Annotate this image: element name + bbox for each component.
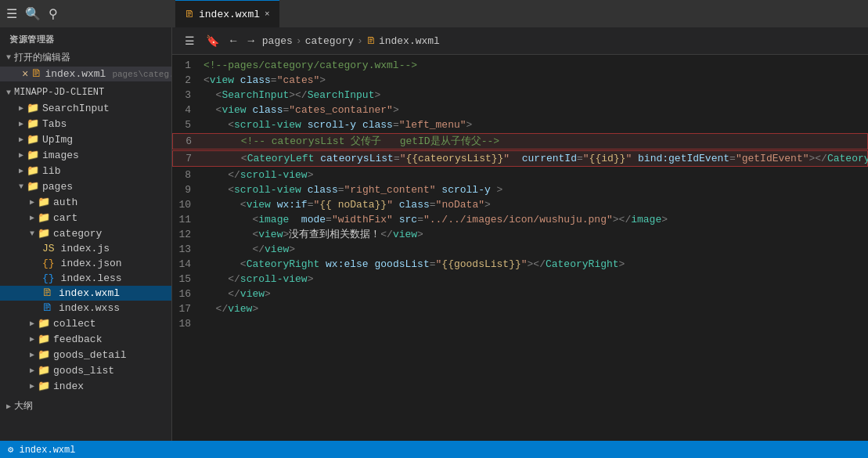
chevron-right-icon: ▶ (19, 166, 23, 175)
code-line-17: 17 </view> (172, 301, 868, 316)
file-name: index.wxss (59, 302, 120, 314)
folder-name: goods_list (53, 365, 114, 377)
breadcrumb: pages › category › 🖹 index.wxml (262, 35, 440, 47)
folder-name: pages (42, 181, 73, 193)
menu-lines-icon[interactable]: ☰ (182, 33, 198, 49)
bookmark-icon[interactable]: 🔖 (203, 33, 222, 49)
line-content: </scroll-view> (203, 272, 868, 287)
file-name: index.wxml (59, 287, 120, 299)
tab-area: 🖹 index.wxml × (172, 0, 868, 27)
folder-name: collect (53, 318, 96, 330)
back-button[interactable]: ← (227, 33, 240, 49)
editor-area: ☰ 🔖 ← → pages › category › 🖹 index.wxml … (172, 27, 868, 441)
modified-indicator: × (22, 69, 28, 80)
source-control-icon[interactable]: ⚲ (49, 6, 58, 22)
code-line-11: 11 <image mode="widthFix" src="../../ima… (172, 212, 868, 227)
tree-item-pages[interactable]: ▼ 📁 pages (0, 179, 171, 194)
tree-item-indexwxss[interactable]: 🖹 index.wxss (0, 301, 171, 316)
folder-name: images (42, 150, 79, 161)
folder-icon: 📁 (38, 227, 50, 240)
outline-section[interactable]: ▶ 大纲 (0, 397, 171, 415)
code-line-6: 6 <!-- cateorysList 父传子 getID是从子传父--> (172, 133, 868, 150)
tree-item-images[interactable]: ▶ 📁 images (0, 147, 171, 163)
js-file-icon: JS (42, 243, 55, 254)
open-file-name: index.wxml (45, 68, 106, 80)
file-name: index.js (61, 243, 110, 254)
search-icon[interactable]: 🔍 (25, 6, 41, 22)
folder-icon: 📁 (27, 133, 39, 146)
tree-item-upimg[interactable]: ▶ 📁 UpImg (0, 132, 171, 147)
line-content: <CateoryRight wx:else goodsList="{{goods… (203, 257, 868, 272)
tree-item-cart[interactable]: ▶ 📁 cart (0, 210, 171, 225)
tree-item-category[interactable]: ▼ 📁 category (0, 225, 171, 241)
tree-item-feedback[interactable]: ▶ 📁 feedback (0, 331, 171, 347)
open-editor-item[interactable]: × 🖹 index.wxml pages\categ... (0, 67, 171, 81)
line-content: <view>没有查到相关数据！</view> (203, 227, 868, 242)
wxml-file-icon: 🖹 (42, 287, 52, 299)
less-file-icon: {} (42, 272, 55, 284)
tree-item-searchinput[interactable]: ▶ 📁 SearchInput (0, 100, 171, 116)
wxss-file-icon: 🖹 (42, 302, 52, 314)
folder-name: Tabs (42, 118, 67, 130)
breadcrumb-category: category (305, 35, 354, 47)
tree-item-lib[interactable]: ▶ 📁 lib (0, 163, 171, 179)
line-num: 1 (172, 58, 203, 73)
chevron-down-icon: ▼ (6, 53, 11, 62)
folder-name: feedback (53, 334, 102, 345)
wxml-file-icon: 🖹 (31, 68, 41, 80)
line-content: <scroll-view scroll-y class="left_menu"> (203, 117, 868, 132)
line-content: </view> (203, 301, 868, 316)
open-editors-label: 打开的编辑器 (14, 51, 70, 64)
line-num: 13 (172, 242, 203, 257)
project-section[interactable]: ▼ MINAPP-JD-CLIENT (0, 85, 171, 100)
folder-name: SearchInput (42, 103, 110, 114)
code-editor[interactable]: 1 <!--pages/category/category.wxml--> 2 … (172, 55, 868, 441)
breadcrumb-sep1: › (296, 35, 302, 47)
status-bar: ⚙ index.wxml (0, 441, 868, 458)
line-content: <!--pages/category/category.wxml--> (203, 58, 868, 73)
open-editors-section[interactable]: ▼ 打开的编辑器 (0, 49, 171, 67)
chevron-right-icon: ▶ (30, 334, 34, 344)
folder-icon: 📁 (38, 317, 50, 330)
tree-item-index[interactable]: ▶ 📁 index (0, 378, 171, 394)
breadcrumb-file-icon: 🖹 (366, 35, 376, 47)
tree-item-collect[interactable]: ▶ 📁 collect (0, 316, 171, 331)
file-name: index.json (61, 258, 122, 269)
tree-item-indexwxml[interactable]: 🖹 index.wxml (0, 286, 171, 301)
tree-item-indexjs[interactable]: JS index.js (0, 241, 171, 256)
folder-icon: 📁 (27, 117, 39, 130)
tab-close-button[interactable]: × (265, 9, 270, 19)
folder-icon: 📁 (27, 164, 39, 177)
folder-icon: 📁 (38, 348, 50, 361)
tree-item-indexjson[interactable]: {} index.json (0, 256, 171, 271)
code-line-12: 12 <view>没有查到相关数据！</view> (172, 227, 868, 242)
code-line-4: 4 <view class="cates_container"> (172, 103, 868, 117)
code-line-16: 16 </view> (172, 287, 868, 301)
code-line-2: 2 <view class="cates"> (172, 73, 868, 88)
tree-item-indexless[interactable]: {} index.less (0, 271, 171, 286)
folder-name: goods_detail (53, 349, 127, 361)
editor-toolbar: ☰ 🔖 ← → pages › category › 🖹 index.wxml (172, 27, 868, 55)
tree-item-goods-detail[interactable]: ▶ 📁 goods_detail (0, 347, 171, 362)
menu-icon[interactable]: ☰ (6, 6, 17, 22)
line-content: <view wx:if="{{ noData}}" class="noData"… (203, 197, 868, 212)
main-area: 资源管理器 ▼ 打开的编辑器 × 🖹 index.wxml pages\cate… (0, 27, 868, 441)
code-line-1: 1 <!--pages/category/category.wxml--> (172, 58, 868, 73)
forward-button[interactable]: → (244, 33, 257, 49)
line-num: 6 (173, 134, 204, 149)
chevron-right-icon: ▶ (30, 350, 34, 359)
line-num: 4 (172, 103, 203, 117)
code-line-15: 15 </scroll-view> (172, 272, 868, 287)
chevron-down-icon: ▼ (19, 182, 23, 191)
tree-item-auth[interactable]: ▶ 📁 auth (0, 194, 171, 210)
chevron-right-icon: ▶ (30, 197, 34, 207)
folder-icon: 📁 (38, 364, 50, 377)
line-content: <view class="cates"> (203, 73, 868, 88)
tree-item-tabs[interactable]: ▶ 📁 Tabs (0, 116, 171, 132)
tab-index-wxml[interactable]: 🖹 index.wxml × (175, 0, 279, 27)
folder-icon: 📁 (27, 102, 39, 114)
tree-item-goods-list[interactable]: ▶ 📁 goods_list (0, 362, 171, 378)
code-line-14: 14 <CateoryRight wx:else goodsList="{{go… (172, 257, 868, 272)
line-content: <scroll-view class="right_content" scrol… (203, 182, 868, 197)
folder-icon: 📁 (27, 149, 39, 161)
